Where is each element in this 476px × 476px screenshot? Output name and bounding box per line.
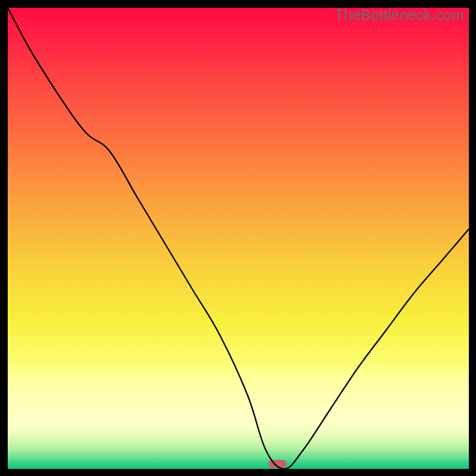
bottleneck-chart: [8, 8, 469, 469]
chart-frame: TheBottleneck.com: [8, 8, 469, 469]
gradient-background: [8, 8, 469, 469]
watermark-text: TheBottleneck.com: [335, 7, 464, 24]
